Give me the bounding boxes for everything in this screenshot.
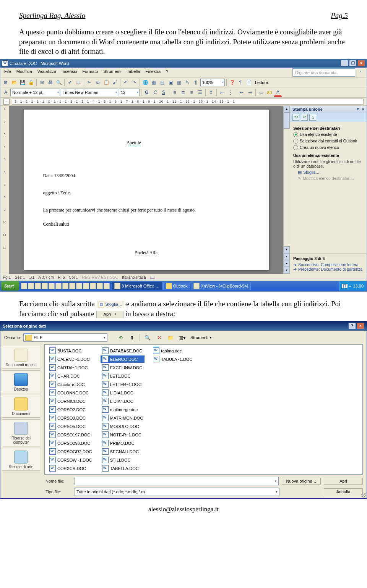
pane-dropdown-icon[interactable]: ▼	[356, 107, 360, 111]
place-network[interactable]: Risorse di rete	[2, 448, 40, 471]
new-folder-icon[interactable]: 📁	[166, 333, 175, 342]
radio-use-existing[interactable]: Usa elenco esistente	[293, 132, 364, 137]
views-icon[interactable]: ▥▾	[177, 333, 187, 342]
underline-icon[interactable]: S	[160, 89, 167, 96]
drawing-icon[interactable]: ✎	[184, 79, 191, 86]
look-in-combo[interactable]: FILE	[23, 333, 107, 342]
browse-prev-icon[interactable]: ▴	[284, 253, 290, 260]
file-item[interactable]: LETTER~1.DOC	[101, 381, 145, 388]
print-icon[interactable]: 🖶	[47, 79, 54, 86]
align-right-icon[interactable]: ≡	[188, 89, 195, 96]
save-icon[interactable]: 💾	[19, 79, 26, 86]
menu-view[interactable]: Visualizza	[35, 68, 58, 77]
excel-icon[interactable]: ▣	[167, 79, 174, 86]
file-item[interactable]: mailmerge.doc	[101, 406, 145, 413]
menu-edit[interactable]: Modifica	[14, 68, 34, 77]
start-button[interactable]: Start	[1, 281, 19, 291]
browse-next-icon[interactable]: ▾	[284, 267, 290, 274]
dialog-close-button[interactable]: ×	[357, 323, 364, 329]
file-item[interactable]: CORSO2.DOC	[48, 406, 94, 413]
resize-grip-icon[interactable]	[361, 493, 366, 498]
file-item[interactable]: COLONNE.DOC	[48, 389, 94, 396]
research-icon[interactable]: 📖	[75, 79, 82, 86]
file-item[interactable]: CORSOW~1.DOC	[48, 456, 94, 464]
ql-icon[interactable]	[83, 283, 89, 289]
file-item[interactable]: PRIMO.DOC	[101, 439, 145, 447]
bold-icon[interactable]: G	[143, 89, 151, 96]
file-item[interactable]: CALEND~1.DOC	[48, 355, 94, 363]
style-combo[interactable]: Normale + 12 pt,	[10, 89, 60, 96]
file-item[interactable]: CORSO5.DOC	[48, 423, 94, 430]
menu-insert[interactable]: Inserisci	[59, 68, 79, 77]
highlight-icon[interactable]: ab	[266, 89, 273, 96]
file-item[interactable]: EXCELINW.DOC	[101, 364, 145, 371]
menu-help[interactable]: ?	[164, 68, 171, 77]
taskbar-xnview[interactable]: XnView - [<ClipBoard-5>]	[191, 282, 251, 290]
ql-icon[interactable]	[90, 283, 96, 289]
place-desktop[interactable]: Desktop	[2, 370, 40, 393]
file-item[interactable]: LET1.DOC	[101, 372, 145, 380]
paste-icon[interactable]: 📋	[102, 79, 110, 86]
taskbar-outlook[interactable]: Outlook	[163, 282, 190, 290]
next-step-link[interactable]: ➔ Successivo: Composizione lettera	[293, 262, 364, 267]
file-item[interactable]: TABULA~1.DOC	[151, 355, 194, 363]
font-size-combo[interactable]: 12	[119, 89, 140, 96]
ql-icon[interactable]	[42, 283, 48, 289]
minimize-button[interactable]: _	[341, 60, 348, 66]
reading-button[interactable]: Lettura	[253, 80, 270, 85]
pane-close-icon[interactable]: ×	[362, 107, 364, 111]
tray-lang[interactable]: IT	[342, 284, 348, 288]
up-icon[interactable]: ⬆	[127, 333, 136, 342]
cut-icon[interactable]: ✂	[86, 79, 93, 86]
place-recent[interactable]: Documenti recenti	[2, 346, 40, 369]
menubar-close-icon[interactable]: ×	[356, 68, 365, 77]
pane-forward-icon[interactable]: ⟳	[301, 114, 308, 121]
cancel-button[interactable]: Annulla	[324, 488, 363, 495]
preview-icon[interactable]: 🔍	[55, 79, 63, 86]
vertical-scrollbar[interactable]: ▲ ▼ ▴ ● ▾	[283, 106, 290, 274]
file-item[interactable]: CORNICI.DOC	[48, 397, 94, 405]
align-left-icon[interactable]: ≡	[171, 89, 179, 96]
hyperlink-icon[interactable]: 🌐	[141, 79, 149, 86]
tables-borders-icon[interactable]: ▦	[150, 79, 158, 86]
menu-window[interactable]: Finestra	[143, 68, 163, 77]
file-item[interactable]: ELENCO.DOC	[101, 355, 145, 363]
close-button[interactable]: ×	[357, 60, 365, 66]
file-list[interactable]: BUSTA.DOCCALEND~1.DOCCARTAI~1.DOCCHAR.DO…	[44, 344, 363, 475]
new-source-button[interactable]: Nuova origine…	[282, 478, 321, 485]
numbering-icon[interactable]: ≔	[218, 89, 226, 96]
taskbar-office-group[interactable]: 3 Microsoft Office …	[112, 282, 162, 290]
dialog-help-button[interactable]: ?	[348, 323, 356, 329]
ql-icon[interactable]	[69, 283, 75, 289]
pane-home-icon[interactable]: ⌂	[309, 114, 316, 121]
scroll-down-icon[interactable]: ▼	[284, 246, 290, 253]
menu-format[interactable]: Formato	[80, 68, 100, 77]
radio-outlook[interactable]: Seleziona dai contatti di Outlook	[293, 139, 364, 144]
borders-icon[interactable]: ▭	[257, 89, 265, 96]
pane-back-icon[interactable]: ⟲	[292, 114, 299, 121]
permissions-icon[interactable]: 🔓	[27, 79, 35, 86]
browse-link[interactable]: ▤Sfoglia…	[293, 170, 364, 174]
place-documents[interactable]: Documenti	[2, 395, 40, 418]
align-center-icon[interactable]: ≣	[179, 89, 187, 96]
ql-icon[interactable]	[76, 283, 82, 289]
show-formatting-icon[interactable]: ¶	[237, 79, 244, 86]
ql-icon[interactable]	[35, 283, 41, 289]
file-item[interactable]: DATABASE.DOC	[101, 347, 145, 354]
ql-icon[interactable]	[97, 283, 103, 289]
styles-pane-icon[interactable]: A	[2, 89, 10, 96]
ql-icon[interactable]	[104, 283, 110, 289]
open-button[interactable]: Apri	[324, 478, 363, 485]
scroll-up-icon[interactable]: ▲	[284, 106, 290, 113]
docmap-icon[interactable]: ¶	[192, 79, 200, 86]
insert-table-icon[interactable]: ▤	[158, 79, 166, 86]
file-item[interactable]: SEGNALI.DOC	[101, 448, 145, 455]
file-item[interactable]: TABELLA.DOC	[101, 465, 145, 472]
file-item[interactable]: MATRIMON.DOC	[101, 414, 145, 422]
file-item[interactable]: CORSOGR2.DOC	[48, 448, 94, 455]
search-web-icon[interactable]: 🔍	[143, 333, 152, 342]
tab-selector-icon[interactable]: ⌐	[3, 99, 10, 105]
file-item[interactable]: CORSO296.DOC	[48, 439, 94, 447]
file-item[interactable]: CORSO3.DOC	[48, 414, 94, 422]
zoom-combo[interactable]: 100%	[200, 79, 225, 86]
